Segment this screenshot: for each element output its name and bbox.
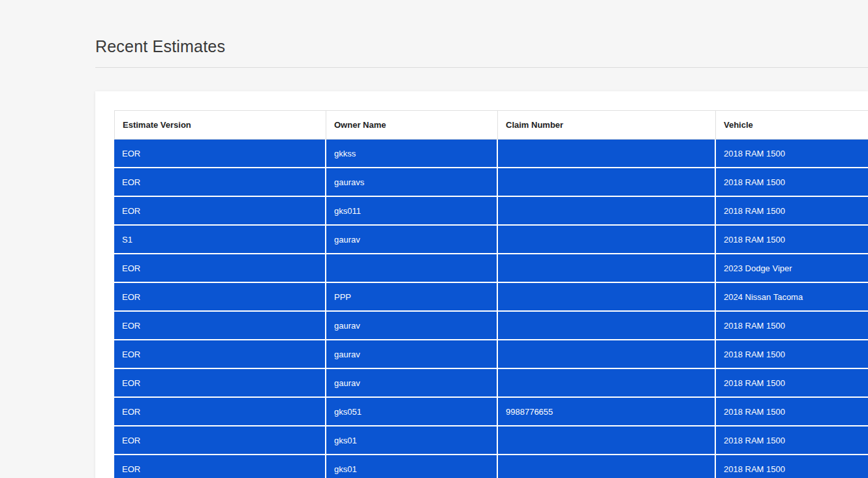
table-header-row: Estimate VersionOwner NameClaim NumberVe…	[114, 110, 868, 140]
cell-claim-number	[498, 455, 716, 478]
cell-claim-number	[498, 283, 716, 312]
title-divider	[95, 67, 868, 68]
cell-owner-name: gaurav	[326, 369, 498, 398]
estimate-row[interactable]: EOR2023 Dodge Viper	[114, 254, 868, 283]
estimate-row[interactable]: EORgaurav2018 RAM 1500	[114, 340, 868, 369]
cell-claim-number	[498, 340, 716, 369]
column-header-vehicle: Vehicle	[716, 110, 868, 140]
estimate-row[interactable]: EORPPP2024 Nissan Tacoma	[114, 283, 868, 312]
cell-vehicle: 2018 RAM 1500	[716, 369, 868, 398]
column-header-estimate-version: Estimate Version	[114, 110, 326, 140]
cell-claim-number	[498, 254, 716, 283]
cell-owner-name: gks051	[326, 398, 498, 426]
cell-claim-number	[498, 426, 716, 455]
table-body: EORgkkss2018 RAM 1500EORgauravs2018 RAM …	[114, 140, 868, 478]
cell-vehicle: 2018 RAM 1500	[716, 398, 868, 426]
cell-owner-name: gks01	[326, 455, 498, 478]
page-title: Recent Estimates	[95, 37, 225, 56]
cell-owner-name: gaurav	[326, 226, 498, 254]
estimate-row[interactable]: EORgaurav2018 RAM 1500	[114, 369, 868, 398]
cell-estimate-version: EOR	[114, 455, 326, 478]
cell-vehicle: 2018 RAM 1500	[716, 197, 868, 226]
estimates-card: Estimate VersionOwner NameClaim NumberVe…	[95, 91, 868, 478]
estimate-row[interactable]: EORgks05199887766552018 RAM 1500	[114, 398, 868, 426]
cell-vehicle: 2024 Nissan Tacoma	[716, 283, 868, 312]
estimate-row[interactable]: EORgkkss2018 RAM 1500	[114, 140, 868, 168]
cell-estimate-version: EOR	[114, 140, 326, 168]
cell-owner-name	[326, 254, 498, 283]
cell-vehicle: 2018 RAM 1500	[716, 455, 868, 478]
cell-owner-name: gkkss	[326, 140, 498, 168]
column-header-owner-name: Owner Name	[326, 110, 498, 140]
cell-claim-number	[498, 369, 716, 398]
cell-estimate-version: S1	[114, 226, 326, 254]
cell-owner-name: gaurav	[326, 312, 498, 340]
estimates-table: Estimate VersionOwner NameClaim NumberVe…	[114, 110, 868, 478]
estimate-row[interactable]: EORgks0112018 RAM 1500	[114, 197, 868, 226]
cell-estimate-version: EOR	[114, 398, 326, 426]
cell-claim-number: 9988776655	[498, 398, 716, 426]
cell-vehicle: 2018 RAM 1500	[716, 426, 868, 455]
cell-claim-number	[498, 197, 716, 226]
cell-estimate-version: EOR	[114, 254, 326, 283]
cell-estimate-version: EOR	[114, 312, 326, 340]
cell-vehicle: 2023 Dodge Viper	[716, 254, 868, 283]
estimate-row[interactable]: EORgks012018 RAM 1500	[114, 455, 868, 478]
estimate-row[interactable]: EORgaurav2018 RAM 1500	[114, 312, 868, 340]
estimate-row[interactable]: EORgks012018 RAM 1500	[114, 426, 868, 455]
recent-estimates-page: Recent Estimates Estimate VersionOwner N…	[0, 0, 868, 478]
cell-claim-number	[498, 226, 716, 254]
cell-owner-name: gaurav	[326, 340, 498, 369]
cell-estimate-version: EOR	[114, 168, 326, 197]
cell-vehicle: 2018 RAM 1500	[716, 168, 868, 197]
cell-estimate-version: EOR	[114, 369, 326, 398]
cell-owner-name: gks01	[326, 426, 498, 455]
cell-claim-number	[498, 312, 716, 340]
cell-estimate-version: EOR	[114, 197, 326, 226]
cell-estimate-version: EOR	[114, 340, 326, 369]
cell-estimate-version: EOR	[114, 426, 326, 455]
column-header-claim-number: Claim Number	[498, 110, 716, 140]
cell-owner-name: gauravs	[326, 168, 498, 197]
cell-vehicle: 2018 RAM 1500	[716, 140, 868, 168]
cell-vehicle: 2018 RAM 1500	[716, 226, 868, 254]
cell-claim-number	[498, 140, 716, 168]
cell-owner-name: gks011	[326, 197, 498, 226]
cell-vehicle: 2018 RAM 1500	[716, 312, 868, 340]
cell-claim-number	[498, 168, 716, 197]
estimate-row[interactable]: EORgauravs2018 RAM 1500	[114, 168, 868, 197]
estimate-row[interactable]: S1gaurav2018 RAM 1500	[114, 226, 868, 254]
estimates-table-wrap: Estimate VersionOwner NameClaim NumberVe…	[114, 110, 868, 478]
cell-estimate-version: EOR	[114, 283, 326, 312]
cell-owner-name: PPP	[326, 283, 498, 312]
cell-vehicle: 2018 RAM 1500	[716, 340, 868, 369]
